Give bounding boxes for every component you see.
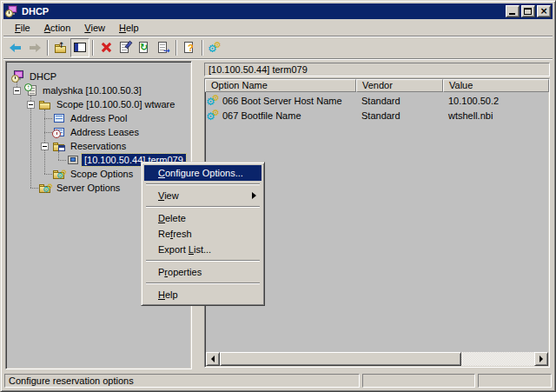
column-header-value[interactable]: Value [443, 79, 549, 92]
tree-expander-cell [37, 111, 52, 125]
tree-item-label: Address Leases [68, 126, 142, 138]
scroll-right-button[interactable] [534, 352, 548, 366]
menu-separator [146, 206, 260, 208]
scrollbar-track[interactable] [461, 352, 534, 366]
folder-window-icon [52, 139, 66, 153]
back-arrow-button[interactable] [6, 38, 25, 57]
toolbar: ↑↻→?⚙⚙ [3, 37, 553, 59]
scroll-right-icon [539, 355, 543, 362]
properties-icon [118, 41, 132, 55]
horizontal-scrollbar[interactable] [206, 352, 548, 366]
value-cell: 10.100.50.2 [443, 96, 549, 106]
forward-arrow-icon [28, 41, 42, 55]
column-header-option-name[interactable]: Option Name [205, 79, 356, 92]
address-leases-icon [52, 125, 66, 139]
back-arrow-icon [9, 41, 23, 55]
close-button[interactable]: × [537, 5, 551, 17]
table-row[interactable]: ⚙⚙066 Boot Server Host NameStandard10.10… [205, 93, 549, 108]
delete-button[interactable] [96, 38, 116, 57]
tree-item-label: Reservations [68, 140, 129, 152]
menu-separator [146, 282, 260, 284]
folder-gears-icon: ⚙⚙ [38, 181, 52, 195]
toolbar-separator [175, 40, 177, 56]
tree-expander-cell [37, 167, 52, 181]
context-menu-item-delete[interactable]: Delete [144, 210, 261, 226]
minimize-button[interactable] [506, 5, 520, 17]
up-one-level-icon: ↑ [54, 41, 68, 55]
context-menu-item-refresh[interactable]: Refresh [144, 226, 261, 242]
context-menu-item-view[interactable]: View [144, 188, 261, 203]
tree-item-address-pool[interactable]: Address Pool [6, 111, 191, 125]
maximize-icon [524, 8, 532, 15]
option-name-cell: ⚙⚙067 Bootfile Name [205, 109, 356, 123]
tree-item-address-leases[interactable]: Address Leases [6, 125, 191, 139]
menu-view[interactable]: View [77, 20, 112, 36]
refresh-button[interactable]: ↻ [135, 38, 154, 57]
toolbar-separator [92, 40, 94, 56]
menu-help[interactable]: Help [112, 20, 146, 36]
configure-gears-icon: ⚙⚙ [208, 41, 222, 55]
option-name-text: 067 Bootfile Name [222, 110, 301, 121]
up-one-level-button[interactable]: ↑ [51, 38, 70, 57]
tree-item-label: DHCP [27, 70, 59, 83]
option-gears-icon: ⚙⚙ [207, 94, 221, 108]
dhcp-root-icon [11, 70, 25, 83]
folder-gears-icon: ⚙⚙ [52, 167, 66, 181]
collapse-expander-icon[interactable] [41, 143, 49, 150]
refresh-icon: ↻ [137, 41, 151, 55]
tree-item-label: Scope Options [68, 168, 136, 180]
window-title: DHCP [22, 6, 504, 17]
collapse-expander-icon[interactable] [13, 87, 21, 95]
title-bar[interactable]: DHCP × [3, 3, 553, 19]
minimize-icon [509, 13, 515, 15]
value-cell: wtshell.nbi [443, 110, 549, 121]
tree-expander-cell [37, 125, 52, 139]
show-hide-console-tree-button[interactable] [70, 38, 89, 57]
export-list-button[interactable]: → [154, 38, 173, 57]
tree-expander-cell [23, 181, 38, 195]
tree-item-reservations[interactable]: Reservations [6, 139, 191, 153]
context-menu-item-export-list[interactable]: Export List... [144, 242, 261, 257]
tree-expander-cell [10, 83, 24, 97]
maximize-button[interactable] [521, 5, 535, 17]
dhcp-console-window: DHCP × FileActionViewHelp ↑↻→?⚙⚙ DHCP↑ma… [0, 0, 556, 392]
option-name-text: 066 Boot Server Host Name [222, 96, 342, 106]
delete-icon [99, 41, 113, 55]
context-menu-item-help[interactable]: Help [144, 287, 261, 302]
show-hide-console-tree-icon [73, 41, 87, 55]
context-menu: Configure Options...ViewDeleteRefreshExp… [141, 162, 265, 306]
tree-item-label: malyshka [10.100.50.3] [40, 84, 144, 96]
forward-arrow-button[interactable] [25, 38, 44, 57]
table-row[interactable]: ⚙⚙067 Bootfile NameStandardwtshell.nbi [205, 108, 549, 123]
column-header-vendor[interactable]: Vendor [356, 79, 443, 92]
tree-item-label: Address Pool [68, 112, 129, 124]
vendor-cell: Standard [356, 110, 443, 121]
tree-item-dhcp[interactable]: DHCP [6, 70, 191, 83]
properties-button[interactable] [116, 38, 135, 57]
configure-gears-button[interactable]: ⚙⚙ [206, 38, 225, 57]
server-icon: ↑ [24, 83, 38, 97]
menu-file[interactable]: File [8, 20, 37, 36]
menu-action[interactable]: Action [37, 20, 78, 36]
reservation-icon [66, 153, 80, 167]
context-menu-item-properties[interactable]: Properties [144, 264, 261, 280]
menu-separator [146, 260, 260, 262]
menu-bar: FileActionViewHelp [3, 19, 553, 37]
tree-item-label: Scope [10.100.50.0] wtware [54, 98, 177, 110]
tree-expander-cell [51, 153, 66, 167]
scrollbar-thumb[interactable] [220, 352, 461, 366]
collapse-expander-icon[interactable] [27, 101, 35, 109]
tree-expander-cell [23, 97, 38, 111]
context-menu-item-configure-options[interactable]: Configure Options... [144, 165, 261, 181]
scroll-left-button[interactable] [206, 352, 220, 366]
option-gears-icon: ⚙⚙ [207, 109, 221, 123]
export-list-icon: → [156, 41, 170, 55]
help-button[interactable]: ? [180, 38, 199, 57]
tree-item-label: Server Options [54, 182, 122, 194]
tree-item-scope-10-100-50-0-wtware[interactable]: Scope [10.100.50.0] wtware [6, 97, 191, 111]
tree-item-malyshka-10-100-50-3[interactable]: ↑malyshka [10.100.50.3] [6, 83, 191, 97]
list-header: Option NameVendorValue [205, 79, 549, 92]
main-area: DHCP↑malyshka [10.100.50.3]Scope [10.100… [3, 59, 553, 371]
status-panel-3 [478, 374, 552, 388]
menu-separator [146, 183, 260, 185]
